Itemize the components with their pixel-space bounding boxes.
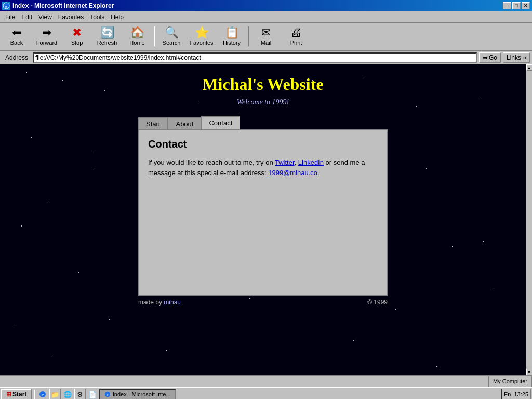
site-subtitle: Welcome to 1999!: [237, 98, 289, 107]
tray-lang-icon: En: [504, 391, 511, 397]
system-tray: En 13:25: [501, 389, 531, 399]
history-label: History: [223, 39, 241, 46]
tab-start[interactable]: Start: [138, 117, 168, 130]
contact-heading: Contact: [148, 138, 378, 150]
folder-taskbar-icon[interactable]: 📁: [49, 389, 61, 399]
clock: 13:25: [512, 391, 528, 397]
taskbar-separator: [34, 390, 35, 399]
address-input[interactable]: [33, 52, 477, 63]
title-bar-left: e index - Microsoft Internet Explorer: [2, 2, 114, 10]
home-icon: 🏠: [130, 27, 144, 38]
search-icon: 🔍: [165, 27, 179, 38]
title-bar: e index - Microsoft Internet Explorer ─ …: [0, 0, 532, 11]
footer-author-link[interactable]: mihau: [164, 299, 181, 306]
taskbar: ⊞ Start e 📁 🌐 ⚙ 📄 e index - Microsoft In…: [0, 387, 532, 399]
content-panel: Contact If you would like to reach out t…: [138, 129, 388, 296]
footer-copyright: © 1999: [367, 299, 388, 306]
title-bar-buttons: ─ □ ✕: [503, 2, 530, 9]
ie-shortcut-icon-1[interactable]: 🌐: [62, 389, 73, 399]
search-label: Search: [163, 39, 181, 46]
back-label: Back: [10, 39, 23, 46]
email-link[interactable]: 1999@mihau.co: [268, 169, 317, 177]
contact-text: If you would like to reach out to me, tr…: [148, 157, 378, 178]
refresh-button[interactable]: 🔄 Refresh: [92, 24, 122, 48]
site-title: Michal's Website: [202, 75, 323, 94]
back-icon: ⬅: [12, 27, 21, 38]
site-footer: made by mihau © 1999: [138, 299, 388, 306]
print-button[interactable]: 🖨 Print: [282, 24, 311, 48]
scrollbar: ▲ ▼: [526, 64, 532, 375]
mail-icon: ✉: [261, 27, 271, 38]
website-content: Michal's Website Welcome to 1999! Start …: [0, 64, 526, 375]
ie-shortcut-icon-3[interactable]: 📄: [87, 389, 98, 399]
close-button[interactable]: ✕: [522, 2, 530, 9]
mail-button[interactable]: ✉ Mail: [251, 24, 281, 48]
start-button[interactable]: ⊞ Start: [1, 389, 32, 399]
tab-contact[interactable]: Contact: [201, 116, 240, 129]
history-button[interactable]: 📋 History: [217, 24, 246, 48]
links-button[interactable]: Links »: [503, 52, 530, 63]
refresh-label: Refresh: [97, 39, 117, 46]
tab-bar: Start About Contact: [138, 116, 388, 129]
forward-button[interactable]: ➡ Forward: [32, 24, 61, 48]
status-right: My Computer: [489, 376, 532, 387]
stop-icon: ✖: [72, 27, 82, 38]
print-label: Print: [290, 39, 302, 46]
go-arrow-icon: ➡: [483, 54, 488, 61]
forward-icon: ➡: [42, 27, 51, 38]
twitter-link[interactable]: Twitter: [275, 158, 295, 166]
home-label: Home: [129, 39, 144, 46]
windows-logo-icon: ⊞: [6, 391, 11, 398]
go-label: Go: [489, 54, 497, 61]
contact-separator1: ,: [295, 158, 298, 166]
contact-text-end: .: [317, 169, 320, 177]
active-window-label: index - Microsoft Inte...: [113, 391, 170, 397]
linkedin-link[interactable]: LinkedIn: [298, 158, 324, 166]
refresh-icon: 🔄: [100, 27, 114, 38]
favorites-button[interactable]: ⭐ Favorites: [187, 24, 216, 48]
scroll-up-button[interactable]: ▲: [526, 64, 533, 71]
menu-help[interactable]: Help: [108, 12, 127, 22]
browser-content: Michal's Website Welcome to 1999! Start …: [0, 64, 532, 375]
status-text: [0, 376, 489, 387]
toolbar-separator-2: [248, 26, 249, 46]
print-icon: 🖨: [290, 27, 302, 38]
menu-file[interactable]: File: [2, 12, 18, 22]
status-zone: My Computer: [489, 376, 532, 387]
favorites-label: Favorites: [190, 39, 213, 46]
contact-text-before: If you would like to reach out to me, tr…: [148, 158, 275, 166]
menu-tools[interactable]: Tools: [87, 12, 108, 22]
favorites-icon: ⭐: [195, 27, 209, 38]
forward-label: Forward: [36, 39, 57, 46]
minimize-button[interactable]: ─: [503, 2, 511, 9]
svg-text:e: e: [42, 392, 44, 397]
stop-label: Stop: [71, 39, 83, 46]
ie-shortcut-icon-2[interactable]: ⚙: [74, 389, 86, 399]
menu-bar: File Edit View Favorites Tools Help: [0, 11, 532, 23]
toolbar-separator-1: [154, 26, 155, 46]
toolbar: ⬅ Back ➡ Forward ✖ Stop 🔄 Refresh 🏠 Home…: [0, 23, 532, 51]
menu-favorites[interactable]: Favorites: [55, 12, 87, 22]
ie-logo-icon: e: [2, 2, 10, 10]
mail-label: Mail: [261, 39, 271, 46]
history-icon: 📋: [225, 27, 239, 38]
address-label: Address: [2, 54, 31, 61]
svg-text:e: e: [107, 392, 109, 397]
back-button[interactable]: ⬅ Back: [2, 24, 31, 48]
maximize-button[interactable]: □: [512, 2, 521, 9]
svg-text:e: e: [5, 4, 7, 9]
address-bar: Address ➡ Go Links »: [0, 51, 532, 64]
menu-view[interactable]: View: [35, 12, 55, 22]
ie-taskbar-icon[interactable]: e: [37, 389, 48, 399]
home-button[interactable]: 🏠 Home: [123, 24, 152, 48]
status-bar: My Computer: [0, 375, 532, 387]
go-button[interactable]: ➡ Go: [479, 52, 501, 63]
search-button[interactable]: 🔍 Search: [157, 24, 186, 48]
active-window-taskbar-button[interactable]: e index - Microsoft Inte...: [99, 389, 176, 399]
scroll-down-button[interactable]: ▼: [526, 369, 533, 375]
menu-edit[interactable]: Edit: [18, 12, 35, 22]
stop-button[interactable]: ✖ Stop: [62, 24, 91, 48]
footer-made-by: made by mihau: [138, 299, 181, 306]
tab-about[interactable]: About: [168, 117, 201, 130]
window-title: index - Microsoft Internet Explorer: [12, 2, 114, 9]
